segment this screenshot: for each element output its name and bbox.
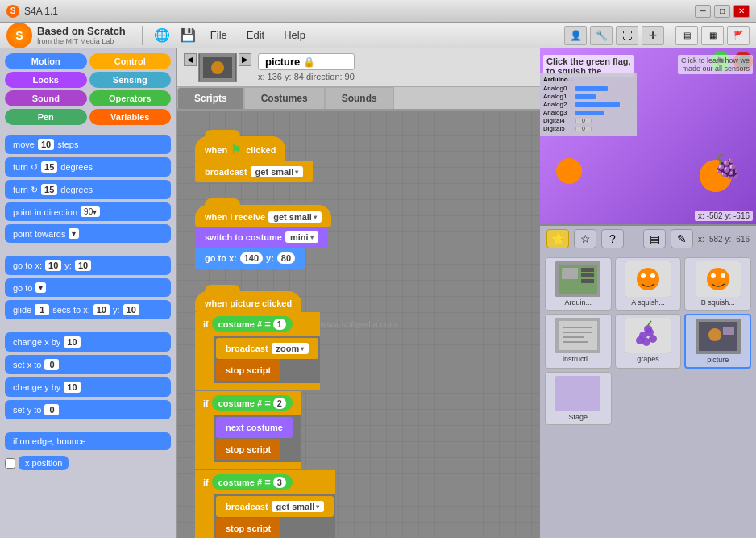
- sprite-thumbnail: [198, 53, 237, 82]
- receive-dropdown[interactable]: get small: [268, 211, 322, 223]
- sprite-nav-right[interactable]: ▶: [239, 53, 251, 66]
- when-clicked-block[interactable]: when ⚑ clicked: [195, 136, 285, 161]
- menu-icons: 🌐 💾: [152, 26, 197, 45]
- settings-icon[interactable]: 🔧: [590, 26, 613, 45]
- block-point-towards[interactable]: point towards ▾: [5, 224, 171, 243]
- broadcast-dropdown-1[interactable]: get small: [251, 166, 304, 177]
- broadcast-small-dropdown[interactable]: get small: [272, 501, 325, 512]
- sprite-card-squish-a[interactable]: A squish...: [615, 257, 682, 311]
- menu-file[interactable]: File: [207, 27, 231, 43]
- block-goto[interactable]: go to ▾: [5, 278, 171, 297]
- category-control[interactable]: Control: [89, 53, 172, 69]
- block-x-position[interactable]: x position: [19, 456, 69, 470]
- broadcast-block-1[interactable]: broadcast get small: [195, 161, 313, 182]
- next-costume-block[interactable]: next costume: [216, 417, 293, 438]
- sprite-card-picture[interactable]: picture: [684, 314, 751, 369]
- block-move[interactable]: move 10 steps: [5, 135, 171, 154]
- svg-point-10: [637, 268, 659, 290]
- svg-rect-5: [562, 268, 578, 279]
- stop-script-2[interactable]: stop script: [216, 439, 280, 460]
- block-point-direction[interactable]: point in direction 90▾: [5, 202, 171, 221]
- sprite-name-text: picture: [265, 56, 300, 68]
- category-motion[interactable]: Motion: [5, 53, 87, 69]
- sprite-thumb-arduino: [555, 261, 600, 297]
- stage-sprite-card[interactable]: Stage: [545, 372, 612, 425]
- sprite-nav-left[interactable]: ◀: [184, 53, 197, 66]
- minimize-button[interactable]: ─: [695, 5, 711, 18]
- analog1-row: Analog1: [543, 93, 633, 100]
- stop-script-1[interactable]: stop script: [216, 360, 280, 381]
- sprite-label-instructions: instructi...: [563, 355, 594, 363]
- if-block-1: if costume # = 1 broadcast zoom: [195, 312, 320, 390]
- options-icon[interactable]: ✛: [642, 26, 664, 45]
- layout-btn[interactable]: ▤: [643, 229, 666, 248]
- sprite-label-arduino: Arduin...: [565, 298, 592, 307]
- layout-btn-1[interactable]: ▤: [675, 26, 698, 45]
- edit-btn[interactable]: ✎: [671, 229, 693, 248]
- layout-btn-3[interactable]: 🚩: [727, 26, 750, 45]
- block-turn-left[interactable]: turn ↺ 15 degrees: [5, 157, 171, 177]
- stage-canvas[interactable]: ⚑ ⬛ Click the green flag,to squish the C…: [540, 48, 756, 224]
- category-variables[interactable]: Variables: [89, 109, 172, 125]
- layout-btn-2[interactable]: ▦: [701, 26, 724, 45]
- if-condition-1[interactable]: if costume # = 1: [195, 312, 320, 336]
- script-area[interactable]: www.softpedia.com when ⚑ clicked broadca…: [177, 111, 540, 538]
- block-set-y[interactable]: set y to 0: [5, 400, 171, 419]
- if-condition-2[interactable]: if costume # = 2: [195, 391, 301, 415]
- broadcast-get-small[interactable]: broadcast get small: [216, 496, 334, 517]
- menu-help[interactable]: Help: [280, 27, 309, 43]
- sprite-card-arduino[interactable]: Arduin...: [545, 257, 612, 311]
- category-sound[interactable]: Sound: [5, 90, 87, 106]
- globe-icon[interactable]: 🌐: [152, 26, 172, 45]
- fullscreen-icon[interactable]: ⛶: [616, 26, 638, 45]
- if-condition-3[interactable]: if costume # = 3: [195, 470, 335, 494]
- block-if-on-edge[interactable]: if on edge, bounce: [5, 432, 171, 450]
- category-operators[interactable]: Operators: [89, 90, 172, 106]
- category-sensing[interactable]: Sensing: [89, 72, 172, 88]
- sprite-card-instructions[interactable]: instructi...: [545, 314, 612, 369]
- block-turn-right[interactable]: turn ↻ 15 degrees: [5, 180, 171, 199]
- block-glide[interactable]: glide 1 secs to x: 10 y: 10: [5, 300, 171, 319]
- save-icon[interactable]: 💾: [178, 26, 197, 45]
- svg-point-28: [636, 336, 644, 344]
- broadcast-zoom[interactable]: broadcast zoom: [216, 338, 318, 359]
- script-group-2: when I receive get small switch to costu…: [195, 197, 522, 269]
- tab-scripts[interactable]: Scripts: [177, 87, 244, 109]
- help-btn[interactable]: ?: [601, 229, 624, 248]
- category-pen[interactable]: Pen: [5, 109, 87, 125]
- digital4-val: 0: [575, 119, 592, 123]
- costume-dropdown[interactable]: mini: [285, 231, 318, 243]
- switch-costume-block[interactable]: switch to costume mini: [195, 227, 328, 248]
- when-picture-clicked-block[interactable]: when picture clicked: [195, 291, 301, 312]
- sprite-card-grapes[interactable]: grapes: [615, 314, 682, 369]
- block-goto-xy[interactable]: go to x: 10 y: 10: [5, 256, 171, 275]
- user-icon[interactable]: 👤: [564, 26, 587, 45]
- stage-label: Stage: [569, 413, 588, 421]
- maximize-button[interactable]: □: [714, 5, 730, 18]
- stop-script-3[interactable]: stop script: [216, 518, 280, 538]
- menu-right: 👤 🔧 ⛶ ✛ ▤ ▦ 🚩: [564, 26, 750, 45]
- broadcast-zoom-dropdown[interactable]: zoom: [272, 343, 309, 354]
- app-name-main: Based on Scratch: [37, 25, 126, 37]
- block-set-x[interactable]: set x to 0: [5, 355, 171, 374]
- analog0-row: Analog0: [543, 85, 633, 92]
- svg-point-15: [711, 273, 716, 278]
- stage-area: ⚑ ⬛ Click the green flag,to squish the C…: [540, 48, 756, 226]
- tab-costumes[interactable]: Costumes: [244, 87, 325, 109]
- svg-rect-34: [723, 327, 734, 335]
- star-btn-2[interactable]: ☆: [574, 229, 596, 248]
- star-btn-1[interactable]: ⭐: [546, 229, 569, 248]
- x-position-checkbox[interactable]: [5, 458, 15, 469]
- goto-xy-block[interactable]: go to x: 140 y: 80: [195, 248, 305, 269]
- when-receive-block[interactable]: when I receive get small: [195, 205, 331, 227]
- close-button[interactable]: ✕: [733, 5, 750, 18]
- menu-edit[interactable]: Edit: [243, 27, 268, 43]
- title-bar-left: S S4A 1.1: [6, 5, 58, 18]
- scratch-logo-icon: S: [6, 23, 32, 48]
- block-change-x[interactable]: change x by 10: [5, 332, 171, 352]
- category-looks[interactable]: Looks: [5, 72, 87, 88]
- if-body-2: next costume stop script: [214, 415, 301, 462]
- block-change-y[interactable]: change y by 10: [5, 377, 171, 397]
- tab-sounds[interactable]: Sounds: [325, 87, 394, 109]
- sprite-card-squish-b[interactable]: B squish...: [684, 257, 751, 311]
